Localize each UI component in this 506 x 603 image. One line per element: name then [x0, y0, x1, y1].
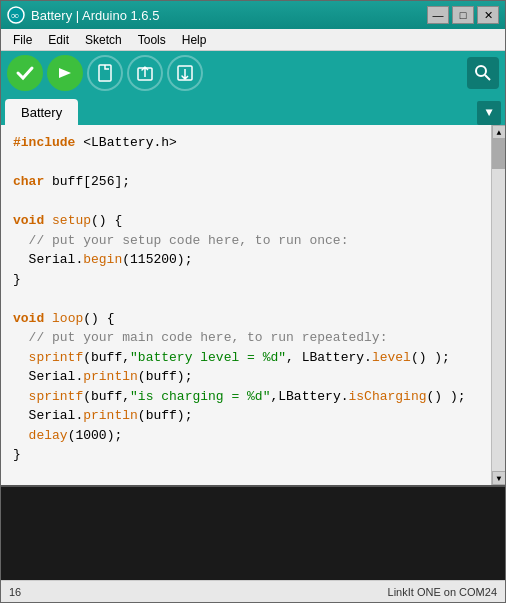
- editor-container: #include <LBattery.h> char buff[256]; vo…: [1, 125, 505, 580]
- editor-scroll-area[interactable]: #include <LBattery.h> char buff[256]; vo…: [1, 125, 505, 485]
- open-icon: [135, 63, 155, 83]
- menu-help[interactable]: Help: [174, 31, 215, 49]
- svg-point-6: [476, 66, 486, 76]
- title-bar-left: ∞ Battery | Arduino 1.6.5: [7, 6, 159, 24]
- vertical-scrollbar[interactable]: ▲ ▼: [491, 125, 505, 485]
- code-editor[interactable]: #include <LBattery.h> char buff[256]; vo…: [1, 125, 505, 485]
- open-button[interactable]: [127, 55, 163, 91]
- window-title: Battery | Arduino 1.6.5: [31, 8, 159, 23]
- menu-edit[interactable]: Edit: [40, 31, 77, 49]
- checkmark-icon: [15, 63, 35, 83]
- new-file-icon: [95, 63, 115, 83]
- save-icon: [175, 63, 195, 83]
- tab-battery[interactable]: Battery: [5, 99, 78, 125]
- app-icon: ∞: [7, 6, 25, 24]
- svg-line-7: [485, 75, 490, 80]
- menu-tools[interactable]: Tools: [130, 31, 174, 49]
- svg-marker-2: [59, 68, 71, 78]
- upload-icon: [55, 63, 75, 83]
- tab-dropdown-button[interactable]: ▼: [477, 101, 501, 125]
- upload-button[interactable]: [47, 55, 83, 91]
- chevron-down-icon: ▼: [485, 106, 492, 120]
- svg-text:∞: ∞: [11, 9, 19, 21]
- main-window: ∞ Battery | Arduino 1.6.5 — □ ✕ File Edi…: [0, 0, 506, 603]
- scrollbar-thumb[interactable]: [492, 139, 505, 169]
- close-button[interactable]: ✕: [477, 6, 499, 24]
- serial-console: [1, 485, 505, 580]
- board-info: LinkIt ONE on COM24: [388, 586, 497, 598]
- tab-bar: Battery ▼: [1, 95, 505, 125]
- menu-sketch[interactable]: Sketch: [77, 31, 130, 49]
- save-button[interactable]: [167, 55, 203, 91]
- line-number: 16: [9, 586, 21, 598]
- tab-label: Battery: [21, 105, 62, 120]
- title-bar: ∞ Battery | Arduino 1.6.5 — □ ✕: [1, 1, 505, 29]
- title-controls: — □ ✕: [427, 6, 499, 24]
- menu-file[interactable]: File: [5, 31, 40, 49]
- maximize-button[interactable]: □: [452, 6, 474, 24]
- new-button[interactable]: [87, 55, 123, 91]
- status-bar: 16 LinkIt ONE on COM24: [1, 580, 505, 602]
- scrollbar-up-arrow[interactable]: ▲: [492, 125, 505, 139]
- search-button[interactable]: [467, 57, 499, 89]
- search-icon: [474, 64, 492, 82]
- toolbar: [1, 51, 505, 95]
- scrollbar-down-arrow[interactable]: ▼: [492, 471, 505, 485]
- verify-button[interactable]: [7, 55, 43, 91]
- minimize-button[interactable]: —: [427, 6, 449, 24]
- menu-bar: File Edit Sketch Tools Help: [1, 29, 505, 51]
